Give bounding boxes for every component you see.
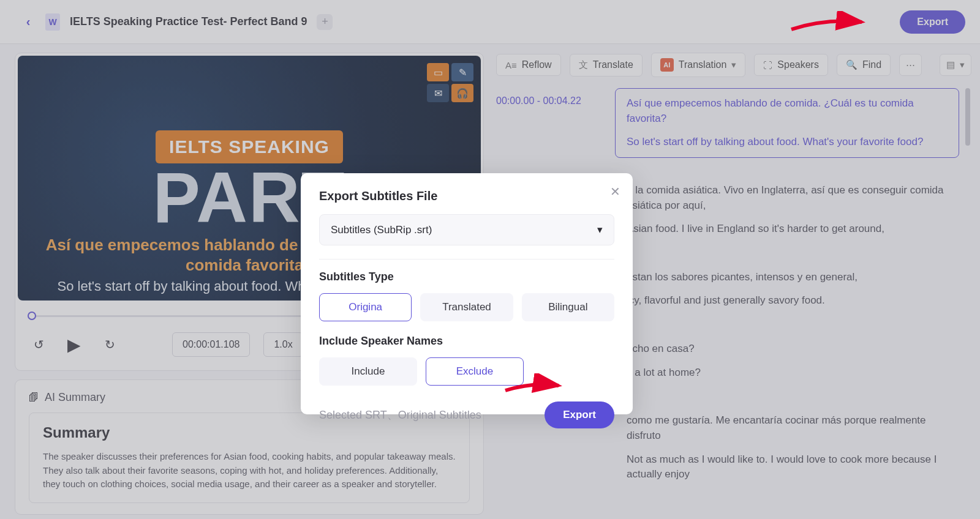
close-icon[interactable]: ✕ — [610, 184, 620, 199]
option-origina[interactable]: Origina — [319, 293, 412, 321]
include-speakers-options: Include Exclude — [319, 357, 614, 386]
modal-export-button[interactable]: Export — [545, 401, 614, 428]
modal-title: Export Subtitles File — [319, 189, 614, 203]
option-translated[interactable]: Translated — [420, 293, 513, 321]
chevron-down-icon: ▾ — [597, 223, 603, 236]
include-speakers-label: Include Speaker Names — [319, 335, 614, 348]
format-select[interactable]: Subtitles (SubRip .srt) ▾ — [319, 214, 614, 245]
modal-footer: Selected SRT、Original Subtitles Export — [319, 401, 614, 428]
selected-summary: Selected SRT、Original Subtitles — [319, 408, 481, 422]
option-include[interactable]: Include — [319, 357, 417, 386]
option-bilingual[interactable]: Bilingual — [522, 293, 614, 321]
subtitles-type-options: Origina Translated Bilingual — [319, 293, 614, 321]
format-value: Subtitles (SubRip .srt) — [331, 224, 432, 236]
divider — [319, 259, 614, 260]
subtitles-type-label: Subtitles Type — [319, 271, 614, 283]
export-subtitles-modal: ✕ Export Subtitles File Subtitles (SubRi… — [301, 173, 633, 414]
option-exclude[interactable]: Exclude — [426, 357, 524, 386]
